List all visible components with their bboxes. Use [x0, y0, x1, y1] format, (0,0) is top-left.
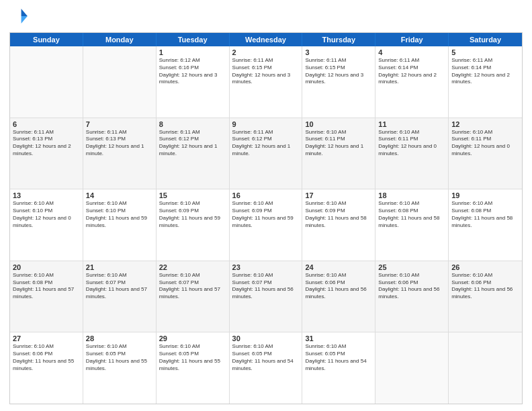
day-info: Sunrise: 6:10 AM Sunset: 6:11 PM Dayligh…: [378, 129, 445, 158]
day-cell-12: 12Sunrise: 6:10 AM Sunset: 6:11 PM Dayli…: [449, 118, 522, 189]
day-cell-empty: [83, 46, 157, 118]
day-number: 16: [232, 191, 300, 199]
day-number: 30: [232, 334, 300, 342]
day-info: Sunrise: 6:10 AM Sunset: 6:05 PM Dayligh…: [305, 343, 372, 372]
day-cell-empty: [449, 332, 522, 404]
day-cell-27: 27Sunrise: 6:10 AM Sunset: 6:06 PM Dayli…: [10, 332, 83, 404]
calendar-row-2: 13Sunrise: 6:10 AM Sunset: 6:10 PM Dayli…: [10, 189, 522, 261]
day-info: Sunrise: 6:10 AM Sunset: 6:05 PM Dayligh…: [86, 343, 153, 372]
day-cell-21: 21Sunrise: 6:10 AM Sunset: 6:07 PM Dayli…: [83, 261, 157, 332]
day-number: 21: [86, 263, 153, 271]
day-info: Sunrise: 6:10 AM Sunset: 6:05 PM Dayligh…: [159, 343, 226, 372]
day-cell-17: 17Sunrise: 6:10 AM Sunset: 6:09 PM Dayli…: [302, 189, 375, 261]
day-info: Sunrise: 6:10 AM Sunset: 6:10 PM Dayligh…: [86, 200, 153, 229]
header-day-sunday: Sunday: [10, 33, 83, 46]
day-info: Sunrise: 6:11 AM Sunset: 6:14 PM Dayligh…: [451, 57, 519, 86]
day-info: Sunrise: 6:11 AM Sunset: 6:13 PM Dayligh…: [13, 129, 80, 158]
day-cell-6: 6Sunrise: 6:11 AM Sunset: 6:13 PM Daylig…: [10, 118, 83, 189]
day-info: Sunrise: 6:10 AM Sunset: 6:10 PM Dayligh…: [13, 200, 80, 229]
day-cell-29: 29Sunrise: 6:10 AM Sunset: 6:05 PM Dayli…: [157, 332, 230, 404]
day-cell-31: 31Sunrise: 6:10 AM Sunset: 6:05 PM Dayli…: [302, 332, 375, 404]
day-number: 28: [86, 334, 153, 342]
day-cell-23: 23Sunrise: 6:10 AM Sunset: 6:07 PM Dayli…: [230, 261, 303, 332]
day-info: Sunrise: 6:10 AM Sunset: 6:08 PM Dayligh…: [451, 200, 519, 229]
day-cell-20: 20Sunrise: 6:10 AM Sunset: 6:08 PM Dayli…: [10, 261, 83, 332]
day-cell-22: 22Sunrise: 6:10 AM Sunset: 6:07 PM Dayli…: [157, 261, 230, 332]
day-info: Sunrise: 6:10 AM Sunset: 6:06 PM Dayligh…: [13, 343, 80, 372]
day-info: Sunrise: 6:10 AM Sunset: 6:06 PM Dayligh…: [378, 272, 445, 301]
day-cell-1: 1Sunrise: 6:12 AM Sunset: 6:16 PM Daylig…: [157, 46, 230, 118]
day-cell-7: 7Sunrise: 6:11 AM Sunset: 6:13 PM Daylig…: [83, 118, 157, 189]
day-cell-16: 16Sunrise: 6:10 AM Sunset: 6:09 PM Dayli…: [230, 189, 303, 261]
day-cell-13: 13Sunrise: 6:10 AM Sunset: 6:10 PM Dayli…: [10, 189, 83, 261]
header-day-thursday: Thursday: [302, 33, 375, 46]
day-info: Sunrise: 6:10 AM Sunset: 6:06 PM Dayligh…: [305, 272, 372, 301]
day-cell-24: 24Sunrise: 6:10 AM Sunset: 6:06 PM Dayli…: [302, 261, 375, 332]
day-cell-8: 8Sunrise: 6:11 AM Sunset: 6:12 PM Daylig…: [157, 118, 230, 189]
day-cell-4: 4Sunrise: 6:11 AM Sunset: 6:14 PM Daylig…: [375, 46, 449, 118]
day-number: 14: [86, 191, 153, 199]
calendar-row-4: 27Sunrise: 6:10 AM Sunset: 6:06 PM Dayli…: [10, 332, 522, 404]
day-number: 5: [451, 48, 519, 56]
day-number: 10: [305, 120, 372, 128]
day-number: 7: [86, 120, 153, 128]
day-cell-5: 5Sunrise: 6:11 AM Sunset: 6:14 PM Daylig…: [449, 46, 522, 118]
header: [9, 7, 523, 28]
day-number: 4: [378, 48, 445, 56]
day-info: Sunrise: 6:10 AM Sunset: 6:08 PM Dayligh…: [13, 272, 80, 301]
day-number: 25: [378, 263, 445, 271]
calendar-header: SundayMondayTuesdayWednesdayThursdayFrid…: [10, 33, 522, 46]
day-number: 29: [159, 334, 226, 342]
day-cell-9: 9Sunrise: 6:11 AM Sunset: 6:12 PM Daylig…: [230, 118, 303, 189]
day-info: Sunrise: 6:11 AM Sunset: 6:12 PM Dayligh…: [232, 129, 300, 158]
logo-icon: [11, 7, 30, 26]
day-info: Sunrise: 6:10 AM Sunset: 6:09 PM Dayligh…: [232, 200, 300, 229]
day-info: Sunrise: 6:10 AM Sunset: 6:05 PM Dayligh…: [232, 343, 300, 372]
day-number: 24: [305, 263, 372, 271]
day-info: Sunrise: 6:11 AM Sunset: 6:13 PM Dayligh…: [86, 129, 153, 158]
svg-marker-0: [21, 9, 28, 16]
day-number: 8: [159, 120, 226, 128]
day-cell-19: 19Sunrise: 6:10 AM Sunset: 6:08 PM Dayli…: [449, 189, 522, 261]
day-number: 27: [13, 334, 80, 342]
day-number: 12: [451, 120, 519, 128]
day-number: 22: [159, 263, 226, 271]
day-number: 1: [159, 48, 226, 56]
calendar-row-1: 6Sunrise: 6:11 AM Sunset: 6:13 PM Daylig…: [10, 118, 522, 189]
day-info: Sunrise: 6:10 AM Sunset: 6:09 PM Dayligh…: [159, 200, 226, 229]
day-cell-3: 3Sunrise: 6:11 AM Sunset: 6:15 PM Daylig…: [302, 46, 375, 118]
day-info: Sunrise: 6:11 AM Sunset: 6:15 PM Dayligh…: [305, 57, 372, 86]
day-number: 13: [13, 191, 80, 199]
day-cell-10: 10Sunrise: 6:10 AM Sunset: 6:11 PM Dayli…: [302, 118, 375, 189]
day-cell-15: 15Sunrise: 6:10 AM Sunset: 6:09 PM Dayli…: [157, 189, 230, 261]
day-number: 15: [159, 191, 226, 199]
day-cell-14: 14Sunrise: 6:10 AM Sunset: 6:10 PM Dayli…: [83, 189, 157, 261]
day-cell-30: 30Sunrise: 6:10 AM Sunset: 6:05 PM Dayli…: [230, 332, 303, 404]
day-cell-empty: [10, 46, 83, 118]
day-info: Sunrise: 6:11 AM Sunset: 6:12 PM Dayligh…: [159, 129, 226, 158]
calendar-row-0: 1Sunrise: 6:12 AM Sunset: 6:16 PM Daylig…: [10, 46, 522, 118]
header-day-monday: Monday: [83, 33, 157, 46]
day-cell-2: 2Sunrise: 6:11 AM Sunset: 6:15 PM Daylig…: [230, 46, 303, 118]
day-cell-11: 11Sunrise: 6:10 AM Sunset: 6:11 PM Dayli…: [375, 118, 449, 189]
day-number: 6: [13, 120, 80, 128]
day-cell-18: 18Sunrise: 6:10 AM Sunset: 6:08 PM Dayli…: [375, 189, 449, 261]
day-number: 20: [13, 263, 80, 271]
day-number: 18: [378, 191, 445, 199]
page: SundayMondayTuesdayWednesdayThursdayFrid…: [0, 0, 532, 411]
day-number: 3: [305, 48, 372, 56]
day-number: 11: [378, 120, 445, 128]
header-day-friday: Friday: [375, 33, 449, 46]
header-day-saturday: Saturday: [449, 33, 522, 46]
day-number: 9: [232, 120, 300, 128]
day-number: 23: [232, 263, 300, 271]
day-info: Sunrise: 6:11 AM Sunset: 6:15 PM Dayligh…: [232, 57, 300, 86]
day-number: 26: [451, 263, 519, 271]
header-day-wednesday: Wednesday: [230, 33, 303, 46]
day-info: Sunrise: 6:10 AM Sunset: 6:09 PM Dayligh…: [305, 200, 372, 229]
day-info: Sunrise: 6:10 AM Sunset: 6:07 PM Dayligh…: [159, 272, 226, 301]
calendar-row-3: 20Sunrise: 6:10 AM Sunset: 6:08 PM Dayli…: [10, 261, 522, 332]
day-number: 17: [305, 191, 372, 199]
day-number: 31: [305, 334, 372, 342]
day-number: 2: [232, 48, 300, 56]
